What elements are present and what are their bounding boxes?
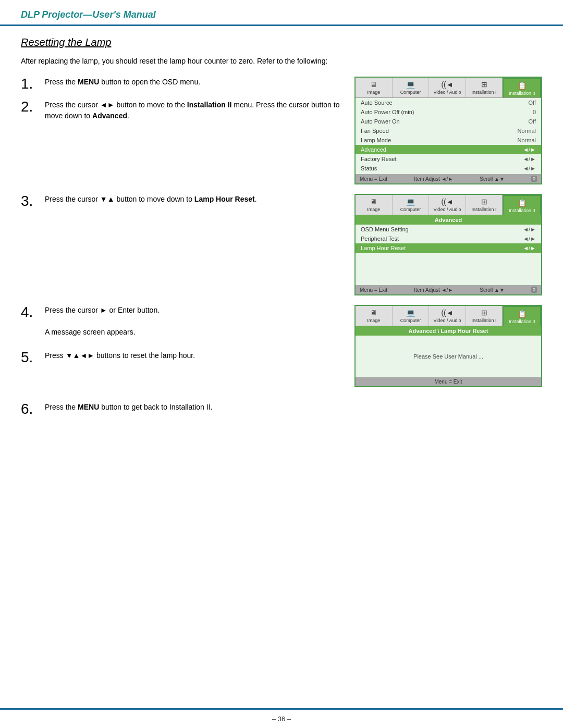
osd-tabs-3: 🖥 Image 💻 Computer ((◄ Video / Audio — [356, 306, 541, 326]
osd-label-fanspeed: Fan Speed — [361, 128, 389, 134]
osd-label-lampmode: Lamp Mode — [361, 137, 391, 143]
install2-icon: 📋 — [518, 81, 527, 90]
install1-icon-2: ⊞ — [481, 198, 487, 206]
osd-label2-lamphr: Lamp Hour Reset — [361, 245, 406, 251]
step-row-3: 3. Press the cursor ▼▲ button to move do… — [21, 194, 542, 295]
osd-label-autopoweroff: Auto Power Off (min) — [361, 109, 414, 115]
step-row-1-2: 1. Press the MENU button to open the OSD… — [21, 77, 542, 184]
image-icon-2: 🖥 — [370, 198, 377, 206]
page-footer: – 36 – — [0, 708, 563, 728]
footer-btn-2[interactable]: 0 — [531, 287, 537, 293]
osd-footer-1: Menu = Exit Item Adjust ◄/► Scroll ▲▼ 0 — [356, 174, 541, 183]
step-4-text: Press the cursor ► or Enter button. — [45, 305, 344, 316]
step-2-number: 2. — [21, 100, 40, 114]
osd-tab2-install1[interactable]: ⊞ Installation I — [466, 195, 503, 215]
osd-tab3-computer[interactable]: 💻 Computer — [393, 306, 430, 326]
step-6-number: 6. — [21, 402, 40, 416]
install2-icon-2: 📋 — [518, 199, 527, 207]
osd-row-autosource: Auto Source Off — [356, 98, 541, 107]
image-icon-3: 🖥 — [370, 309, 377, 317]
osd-label-status: Status — [361, 165, 377, 171]
footer-menu-exit-1: Menu = Exit — [360, 176, 387, 182]
step-3-number: 3. — [21, 194, 40, 208]
osd-label2-osdmenu: OSD Menu Setting — [361, 226, 409, 232]
osd-label2-peripheral: Peripheral Test — [361, 236, 399, 242]
steps-container: 1. Press the MENU button to open the OSD… — [21, 77, 542, 426]
footer-menu-exit-2: Menu = Exit — [360, 287, 387, 293]
install1-icon-3: ⊞ — [481, 309, 487, 317]
tab3-video-label: Video / Audio — [434, 318, 461, 323]
tab2-video-label: Video / Audio — [434, 207, 461, 212]
tab3-install2-label: Installation II — [509, 319, 535, 324]
osd-tab3-install2[interactable]: 📋 Installation II — [503, 306, 541, 326]
osd-val-status: ◄/► — [523, 165, 536, 171]
step-5: 5. Press ▼▲◄► buttons to reset the lamp … — [21, 350, 344, 365]
footer-btn-1[interactable]: 0 — [531, 176, 537, 182]
osd-content-text-3: Please See User Manual ... — [413, 353, 483, 360]
computer-icon-2: 💻 — [406, 198, 415, 206]
video-icon: ((◄ — [441, 80, 453, 89]
osd-panel-3: 🖥 Image 💻 Computer ((◄ Video / Audio — [354, 305, 542, 387]
osd-tab-computer[interactable]: 💻 Computer — [393, 78, 430, 97]
step-2-text: Press the cursor ◄► button to move to th… — [45, 100, 344, 121]
tab3-image-label: Image — [367, 318, 380, 323]
osd-row-factoryreset: Factory Reset ◄/► — [356, 154, 541, 164]
computer-icon: 💻 — [406, 80, 415, 89]
install2-icon-3: 📋 — [518, 310, 527, 318]
osd-val-autosource: Off — [529, 100, 536, 106]
page-wrapper: DLP Projector—User's Manual Resetting th… — [0, 0, 563, 728]
osd-tab3-video[interactable]: ((◄ Video / Audio — [429, 306, 466, 326]
osd-tab2-computer[interactable]: 💻 Computer — [393, 195, 430, 215]
osd-val2-osdmenu: ◄/► — [523, 226, 536, 232]
osd-label-autopoweron: Auto Power On — [361, 118, 400, 125]
step-3: 3. Press the cursor ▼▲ button to move do… — [21, 194, 344, 208]
install1-icon: ⊞ — [481, 80, 487, 89]
step-row-6: 6. Press the MENU button to get back to … — [21, 402, 542, 416]
osd-content-area-3: Please See User Manual ... — [356, 336, 541, 377]
osd-tab3-install1[interactable]: ⊞ Installation I — [466, 306, 503, 326]
osd-tab2-install2[interactable]: 📋 Installation II — [503, 195, 541, 215]
osd-val2-peripheral: ◄/► — [523, 236, 536, 242]
step-4-number: 4. — [21, 305, 40, 319]
image-icon: 🖥 — [370, 80, 377, 89]
osd-panel-1: 🖥 Image 💻 Computer ((◄ Video / Audio — [354, 77, 542, 184]
step-6: 6. Press the MENU button to get back to … — [21, 402, 344, 416]
tab2-install1-label: Installation I — [472, 207, 497, 212]
step-1: 1. Press the MENU button to open the OSD… — [21, 77, 344, 91]
osd-tab-video[interactable]: ((◄ Video / Audio — [429, 78, 466, 97]
tab-install1-label: Installation I — [472, 90, 497, 95]
osd-label-autosource: Auto Source — [361, 100, 393, 106]
osd-val-factoryreset: ◄/► — [523, 156, 536, 162]
osd-row2-peripheral: Peripheral Test ◄/► — [356, 234, 541, 243]
tab3-install1-label: Installation I — [472, 318, 497, 323]
osd-val-autopoweroff: 0 — [533, 109, 536, 115]
osd-tab2-image[interactable]: 🖥 Image — [356, 195, 393, 215]
osd-val-fanspeed: Normal — [518, 128, 536, 134]
tab-video-label: Video / Audio — [434, 90, 461, 95]
osd-label-advanced: Advanced — [361, 146, 386, 153]
osd-panel-2: 🖥 Image 💻 Computer ((◄ Video / Audio — [354, 194, 542, 295]
tab2-install2-label: Installation II — [509, 208, 535, 213]
osd-val-lampmode: Normal — [518, 137, 536, 143]
footer-scroll-2: Scroll ▲▼ — [480, 287, 505, 293]
osd-row2-lamphr: Lamp Hour Reset ◄/► — [356, 243, 541, 253]
osd-tabs-1: 🖥 Image 💻 Computer ((◄ Video / Audio — [356, 78, 541, 98]
osd-tab3-image[interactable]: 🖥 Image — [356, 306, 393, 326]
step-6-text: Press the MENU button to get back to Ins… — [45, 402, 344, 413]
tab2-image-label: Image — [367, 207, 380, 212]
main-content: Resetting the Lamp After replacing the l… — [0, 26, 563, 708]
osd-tab-image[interactable]: 🖥 Image — [356, 78, 393, 97]
osd-tab-install2[interactable]: 📋 Installation II — [503, 78, 541, 97]
osd-label-factoryreset: Factory Reset — [361, 156, 396, 162]
osd-footer-2: Menu = Exit Item Adjust ◄/► Scroll ▲▼ 0 — [356, 285, 541, 294]
tab2-computer-label: Computer — [400, 207, 421, 212]
osd-tabs-2: 🖥 Image 💻 Computer ((◄ Video / Audio — [356, 195, 541, 215]
osd-empty-space — [356, 253, 541, 284]
header-title: DLP Projector—User's Manual — [21, 9, 156, 20]
step-3-text: Press the cursor ▼▲ button to move down … — [45, 194, 344, 205]
osd-tab-install1[interactable]: ⊞ Installation I — [466, 78, 503, 97]
section-title: Resetting the Lamp — [21, 36, 542, 48]
osd-tab2-video[interactable]: ((◄ Video / Audio — [429, 195, 466, 215]
osd-row-status: Status ◄/► — [356, 164, 541, 173]
tab-image-label: Image — [367, 90, 380, 95]
